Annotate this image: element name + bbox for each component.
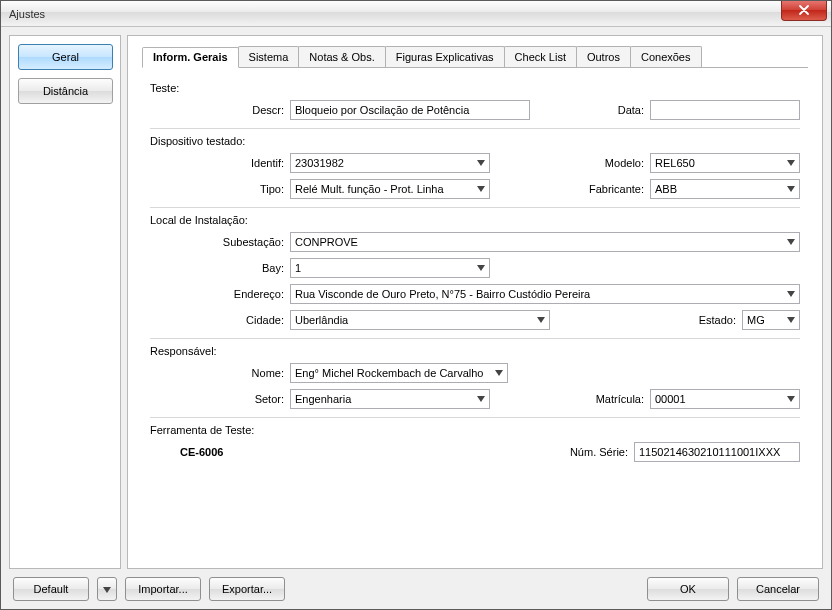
subestacao-input[interactable] xyxy=(290,232,800,252)
section-teste: Teste: xyxy=(150,82,800,94)
tab-figuras[interactable]: Figuras Explicativas xyxy=(385,46,505,67)
fabricante-input[interactable] xyxy=(650,179,800,199)
window-title: Ajustes xyxy=(9,8,45,20)
default-button[interactable]: Default xyxy=(13,577,89,601)
tab-row: Inform. Gerais Sistema Notas & Obs. Figu… xyxy=(142,46,808,68)
label-cidade: Cidade: xyxy=(150,314,290,326)
setor-combo[interactable] xyxy=(290,389,490,409)
tab-outros[interactable]: Outros xyxy=(576,46,631,67)
section-local: Local de Instalação: xyxy=(150,214,800,226)
label-subestacao: Subestação: xyxy=(150,236,290,248)
descr-input[interactable] xyxy=(290,100,530,120)
endereco-combo[interactable] xyxy=(290,284,800,304)
close-button[interactable] xyxy=(781,1,827,21)
device-name: CE-6006 xyxy=(180,446,223,458)
label-fabricante: Fabricante: xyxy=(570,183,650,195)
importar-button[interactable]: Importar... xyxy=(125,577,201,601)
sidebar-item-geral[interactable]: Geral xyxy=(18,44,113,70)
sidebar-item-label: Distância xyxy=(43,85,88,97)
top-row: Geral Distância Inform. Gerais Sistema N… xyxy=(9,35,823,569)
label-data: Data: xyxy=(570,104,650,116)
label-bay: Bay: xyxy=(150,262,290,274)
cidade-combo[interactable] xyxy=(290,310,550,330)
main-panel: Inform. Gerais Sistema Notas & Obs. Figu… xyxy=(127,35,823,569)
tab-sistema[interactable]: Sistema xyxy=(238,46,300,67)
label-num-serie: Núm. Série: xyxy=(554,446,634,458)
sidebar: Geral Distância xyxy=(9,35,121,569)
matricula-input[interactable] xyxy=(650,389,800,409)
label-nome: Nome: xyxy=(150,367,290,379)
tipo-combo[interactable] xyxy=(290,179,490,199)
cancelar-button[interactable]: Cancelar xyxy=(737,577,819,601)
separator xyxy=(150,207,800,208)
section-ferramenta: Ferramenta de Teste: xyxy=(150,424,800,436)
label-estado: Estado: xyxy=(662,314,742,326)
subestacao-combo[interactable] xyxy=(290,232,800,252)
sidebar-item-distancia[interactable]: Distância xyxy=(18,78,113,104)
tab-body: Teste: Descr: Data: Dispositivo testado:… xyxy=(142,68,808,558)
section-responsavel: Responsável: xyxy=(150,345,800,357)
nome-combo[interactable] xyxy=(290,363,508,383)
num-serie-input xyxy=(634,442,800,462)
label-endereco: Endereço: xyxy=(150,288,290,300)
matricula-combo[interactable] xyxy=(650,389,800,409)
identif-input[interactable] xyxy=(290,153,490,173)
setor-input[interactable] xyxy=(290,389,490,409)
fabricante-combo[interactable] xyxy=(650,179,800,199)
tab-conexoes[interactable]: Conexões xyxy=(630,46,702,67)
exportar-button[interactable]: Exportar... xyxy=(209,577,285,601)
tipo-input[interactable] xyxy=(290,179,490,199)
client-area: Geral Distância Inform. Gerais Sistema N… xyxy=(1,27,831,609)
label-identif: Identif: xyxy=(150,157,290,169)
tab-checklist[interactable]: Check List xyxy=(504,46,577,67)
label-descr: Descr: xyxy=(150,104,290,116)
tab-notas-obs[interactable]: Notas & Obs. xyxy=(298,46,385,67)
label-modelo: Modelo: xyxy=(570,157,650,169)
label-tipo: Tipo: xyxy=(150,183,290,195)
estado-combo[interactable] xyxy=(742,310,800,330)
tab-inform-gerais[interactable]: Inform. Gerais xyxy=(142,47,239,68)
separator xyxy=(150,417,800,418)
settings-window: Ajustes Geral Distância Inform. Gerais S… xyxy=(0,0,832,610)
label-setor: Setor: xyxy=(150,393,290,405)
bay-combo[interactable] xyxy=(290,258,490,278)
modelo-input[interactable] xyxy=(650,153,800,173)
ok-button[interactable]: OK xyxy=(647,577,729,601)
section-dispositivo: Dispositivo testado: xyxy=(150,135,800,147)
separator xyxy=(150,338,800,339)
titlebar: Ajustes xyxy=(1,1,831,27)
nome-input[interactable] xyxy=(290,363,508,383)
sidebar-item-label: Geral xyxy=(52,51,79,63)
label-matricula: Matrícula: xyxy=(570,393,650,405)
close-icon xyxy=(799,4,809,18)
separator xyxy=(150,128,800,129)
estado-input[interactable] xyxy=(742,310,800,330)
chevron-down-icon xyxy=(103,583,111,595)
cidade-input[interactable] xyxy=(290,310,550,330)
default-dropdown-button[interactable] xyxy=(97,577,117,601)
data-input xyxy=(650,100,800,120)
identif-combo[interactable] xyxy=(290,153,490,173)
bottom-bar: Default Importar... Exportar... OK Cance… xyxy=(9,577,823,601)
endereco-input[interactable] xyxy=(290,284,800,304)
modelo-combo[interactable] xyxy=(650,153,800,173)
bay-input[interactable] xyxy=(290,258,490,278)
